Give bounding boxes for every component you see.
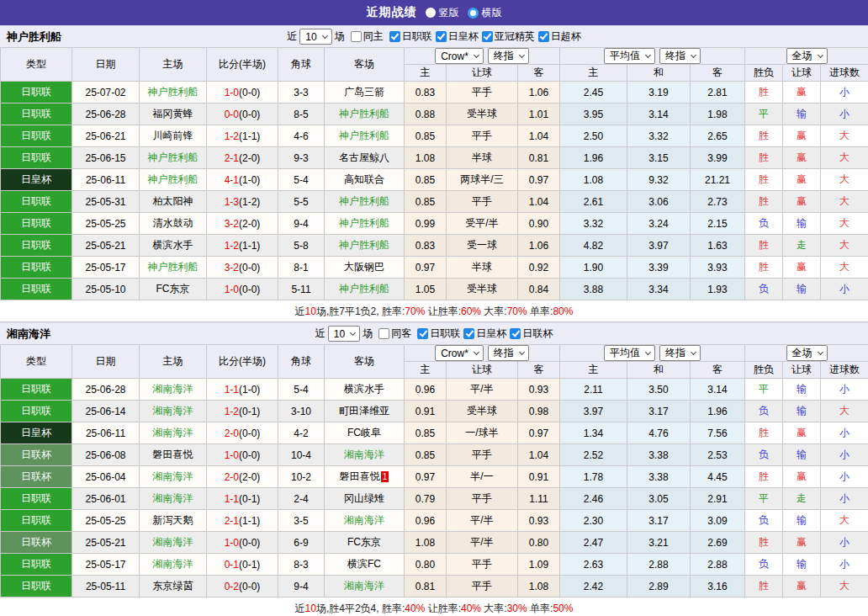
red-card-badge: 1 xyxy=(381,471,389,482)
result-goals: 小 xyxy=(821,488,868,510)
handicap-line: 半球 xyxy=(447,257,518,279)
table-row: 日职联 25-06-28 湘南海洋 1-1(1-0) 5-4 横滨水手 0.96… xyxy=(1,379,868,401)
result-handicap: 走 xyxy=(783,235,821,257)
handicap-home-odds: 0.97 xyxy=(405,257,447,279)
average-select[interactable]: 平均值 xyxy=(604,345,655,361)
table-row: 日职联 25-06-14 湘南海洋 1-2(0-1) 3-10 町田泽维亚 0.… xyxy=(1,401,868,422)
corner-score: 6-9 xyxy=(278,532,325,554)
score: 1-0(0-0) xyxy=(207,279,278,300)
radio-horizontal-icon[interactable] xyxy=(468,8,479,19)
league-badge: 日职联 xyxy=(1,213,72,235)
col-avg-away: 客 xyxy=(691,65,745,82)
checkbox-icon[interactable] xyxy=(417,328,428,339)
avg-draw-odds: 3.39 xyxy=(627,257,691,279)
avg-draw-odds: 3.97 xyxy=(627,235,691,257)
handicap-home-odds: 0.96 xyxy=(405,510,447,532)
avg-away-odds: 2.65 xyxy=(691,125,745,147)
same-venue-checkbox[interactable]: 同客 xyxy=(378,327,411,341)
avg-draw-odds: 3.34 xyxy=(627,279,691,300)
home-team: 湘南海洋 xyxy=(140,379,207,401)
checkbox-icon[interactable] xyxy=(463,328,474,339)
avg-away-odds: 1.96 xyxy=(691,401,745,422)
match-date: 25-06-21 xyxy=(72,125,140,147)
bookmaker-select[interactable]: Crow* xyxy=(435,345,484,361)
league-filter-checkbox[interactable]: 日职联 xyxy=(417,327,460,341)
league-filter-checkbox[interactable]: 日皇杯 xyxy=(463,327,506,341)
avg-time-select[interactable]: 终指 xyxy=(659,345,701,361)
avg-away-odds: 2.91 xyxy=(691,488,745,510)
checkbox-icon[interactable] xyxy=(510,328,521,339)
handicap-home-odds: 0.85 xyxy=(405,444,447,466)
result-winlose: 胜 xyxy=(745,82,783,104)
league-filter-checkbox[interactable]: 亚冠精英 xyxy=(482,29,535,44)
corner-score: 9-4 xyxy=(278,576,325,597)
handicap-home-odds: 1.05 xyxy=(405,279,447,300)
checkbox-icon[interactable] xyxy=(351,31,362,42)
league-badge: 日皇杯 xyxy=(1,169,72,191)
avg-time-select[interactable]: 终指 xyxy=(659,48,701,64)
result-goals: 大 xyxy=(821,257,868,279)
handicap-away-odds: 0.81 xyxy=(518,147,560,169)
match-date: 25-05-10 xyxy=(72,279,140,300)
avg-draw-odds: 3.05 xyxy=(627,488,691,510)
league-filter-checkbox[interactable]: 日联杯 xyxy=(510,327,553,341)
radio-vertical-icon[interactable] xyxy=(426,8,436,18)
away-team: 湘南海洋 xyxy=(325,576,405,597)
col-avg-away: 客 xyxy=(691,362,745,379)
corner-score: 10-2 xyxy=(278,466,325,488)
match-count-select[interactable]: 10 xyxy=(328,326,360,342)
near-label: 近 xyxy=(315,327,326,341)
result-handicap: 输 xyxy=(783,104,821,125)
handicap-away-odds: 0.93 xyxy=(518,379,560,401)
period-select[interactable]: 全场 xyxy=(786,345,828,361)
result-handicap: 赢 xyxy=(783,125,821,147)
result-goals: 小 xyxy=(821,532,868,554)
league-filter-checkbox[interactable]: 日皇杯 xyxy=(436,29,479,44)
away-team: 神户胜利船 xyxy=(325,125,405,147)
league-badge: 日职联 xyxy=(1,488,72,510)
corner-score: 3-5 xyxy=(278,510,325,532)
league-badge: 日职联 xyxy=(1,235,72,257)
team-name: 湘南海洋 xyxy=(7,327,50,342)
league-filter-checkbox[interactable]: 日职联 xyxy=(389,29,432,44)
league-badge: 日皇杯 xyxy=(1,422,72,444)
col-type: 类型 xyxy=(1,48,72,82)
period-select[interactable]: 全场 xyxy=(786,48,828,64)
chevron-down-icon xyxy=(322,33,328,39)
checkbox-icon[interactable] xyxy=(436,31,447,42)
match-date: 25-05-25 xyxy=(72,510,140,532)
checkbox-icon[interactable] xyxy=(389,31,400,42)
league-badge: 日联杯 xyxy=(1,466,72,488)
chevron-down-icon xyxy=(691,349,696,355)
home-team: 神户胜利船 xyxy=(140,257,207,279)
avg-away-odds: 1.98 xyxy=(691,104,745,125)
layout-vertical-option[interactable]: 竖版 xyxy=(426,6,459,20)
league-badge: 日职联 xyxy=(1,82,72,104)
result-handicap: 输 xyxy=(783,401,821,422)
result-winlose: 胜 xyxy=(745,169,783,191)
match-date: 25-06-28 xyxy=(72,104,140,125)
table-row: 日职联 25-05-25 新泻天鹅 2-1(1-1) 3-5 湘南海洋 0.96… xyxy=(1,510,868,532)
handicap-home-odds: 0.83 xyxy=(405,82,447,104)
corner-score: 8-5 xyxy=(278,104,325,125)
result-winlose: 平 xyxy=(745,379,783,401)
average-select[interactable]: 平均值 xyxy=(604,48,655,64)
checkbox-icon[interactable] xyxy=(538,31,549,42)
layout-horizontal-option[interactable]: 横版 xyxy=(468,6,502,20)
bookmaker-select[interactable]: Crow* xyxy=(435,48,484,64)
result-goals: 大 xyxy=(821,401,868,422)
match-count-select[interactable]: 10 xyxy=(299,29,331,45)
col-goals: 进球数 xyxy=(821,362,868,379)
league-filter-checkbox[interactable]: 日超杯 xyxy=(538,29,581,44)
odds-time-select[interactable]: 终指 xyxy=(488,48,529,64)
col-score: 比分(半场) xyxy=(207,345,278,379)
checkbox-icon[interactable] xyxy=(482,31,493,42)
checkbox-icon[interactable] xyxy=(378,328,389,339)
same-venue-checkbox[interactable]: 同主 xyxy=(351,29,384,44)
odds-time-select[interactable]: 终指 xyxy=(488,345,529,361)
away-team: FC岐阜 xyxy=(325,422,405,444)
handicap-home-odds: 0.99 xyxy=(405,213,447,235)
avg-draw-odds: 3.17 xyxy=(627,401,691,422)
score: 0-2(0-0) xyxy=(207,576,278,597)
result-goals: 大 xyxy=(821,510,868,532)
